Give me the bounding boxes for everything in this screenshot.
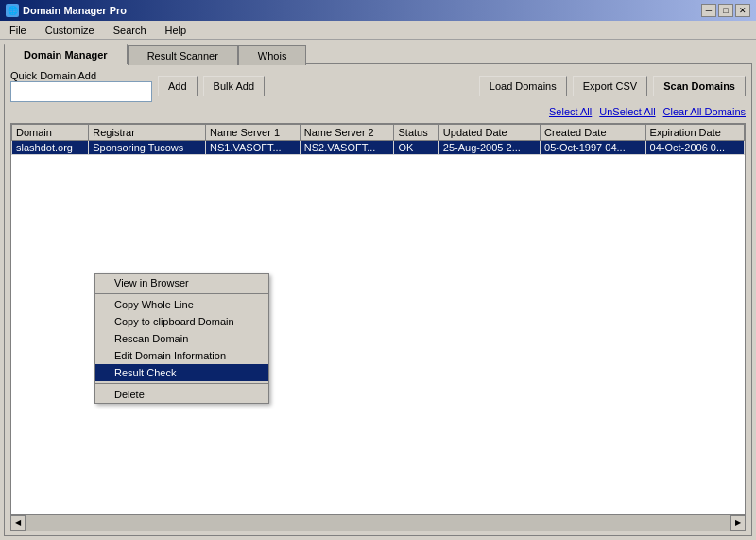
context-menu: View in Browser Copy Whole Line Copy to … (94, 273, 269, 404)
window-title: Domain Manager Pro (23, 5, 127, 16)
menu-bar: File Customize Search Help (0, 21, 756, 40)
quick-add-input[interactable] (10, 81, 152, 102)
col-expiration: Expiration Date (645, 125, 744, 141)
title-bar: 🌐 Domain Manager Pro ─ □ ✕ (0, 0, 756, 21)
tab-domain-manager[interactable]: Domain Manager (4, 44, 128, 64)
cell-created: 05-Oct-1997 04... (541, 141, 646, 155)
cell-domain: slashdot.org (12, 141, 89, 155)
context-menu-item-view[interactable]: View in Browser (95, 274, 268, 291)
unselect-all-button[interactable]: UnSelect All (599, 106, 655, 117)
context-menu-item-delete[interactable]: Delete (95, 386, 268, 403)
col-domain: Domain (12, 125, 89, 141)
cell-status: OK (394, 141, 438, 155)
quick-add-section: Quick Domain Add (10, 70, 152, 102)
main-panel: Quick Domain Add Add Bulk Add Load Domai… (4, 63, 752, 536)
scroll-track[interactable] (26, 515, 730, 531)
domain-table: Domain Registrar Name Server 1 Name Serv… (11, 124, 745, 155)
scroll-right-arrow[interactable]: ▶ (730, 515, 746, 531)
horizontal-scrollbar[interactable]: ◀ ▶ (10, 514, 746, 530)
window-controls: ─ □ ✕ (701, 4, 750, 17)
context-menu-item-copy-line[interactable]: Copy Whole Line (95, 296, 268, 313)
col-updated: Updated Date (438, 125, 540, 141)
export-csv-button[interactable]: Export CSV (573, 76, 647, 96)
select-all-button[interactable]: Select All (549, 106, 592, 117)
toolbar-row2: Select All UnSelect All Clear All Domain… (10, 106, 746, 117)
col-ns1: Name Server 1 (206, 125, 301, 141)
cell-updated: 25-Aug-2005 2... (438, 141, 540, 155)
main-content: Domain Manager Result Scanner Whois Quic… (0, 40, 756, 540)
domain-table-container[interactable]: Domain Registrar Name Server 1 Name Serv… (10, 123, 746, 514)
context-menu-item-result-check[interactable]: Result Check (95, 364, 268, 381)
scroll-left-arrow[interactable]: ◀ (10, 515, 26, 531)
context-menu-item-edit[interactable]: Edit Domain Information (95, 347, 268, 364)
tab-result-scanner[interactable]: Result Scanner (128, 45, 238, 65)
scan-domains-button[interactable]: Scan Domains (653, 76, 746, 96)
bulk-add-button[interactable]: Bulk Add (203, 76, 265, 96)
toolbar-row1: Quick Domain Add Add Bulk Add Load Domai… (10, 70, 746, 102)
col-created: Created Date (541, 125, 646, 141)
col-status: Status (394, 125, 438, 141)
cell-ns2: NS2.VASOFT... (300, 141, 394, 155)
app-icon: 🌐 (6, 4, 19, 17)
menu-help[interactable]: Help (160, 23, 193, 38)
tab-bar: Domain Manager Result Scanner Whois (4, 44, 752, 63)
context-menu-separator2 (95, 383, 268, 384)
table-row[interactable]: slashdot.org Sponsoring Tucows NS1.VASOF… (12, 141, 745, 155)
tab-whois[interactable]: Whois (238, 45, 307, 65)
load-domains-button[interactable]: Load Domains (479, 76, 567, 96)
cell-registrar: Sponsoring Tucows (89, 141, 206, 155)
context-menu-item-copy-domain[interactable]: Copy to clipboard Domain (95, 313, 268, 330)
quick-add-label: Quick Domain Add (10, 70, 152, 81)
maximize-button[interactable]: □ (718, 4, 733, 17)
add-button[interactable]: Add (158, 76, 198, 96)
col-registrar: Registrar (89, 125, 206, 141)
context-menu-separator (95, 293, 268, 294)
menu-file[interactable]: File (4, 23, 32, 38)
context-menu-item-rescan[interactable]: Rescan Domain (95, 330, 268, 347)
menu-customize[interactable]: Customize (40, 23, 100, 38)
col-ns2: Name Server 2 (300, 125, 394, 141)
minimize-button[interactable]: ─ (701, 4, 716, 17)
cell-expiration: 04-Oct-2006 0... (645, 141, 744, 155)
menu-search[interactable]: Search (108, 23, 152, 38)
close-button[interactable]: ✕ (735, 4, 750, 17)
clear-all-button[interactable]: Clear All Domains (663, 106, 746, 117)
cell-ns1: NS1.VASOFT... (206, 141, 301, 155)
